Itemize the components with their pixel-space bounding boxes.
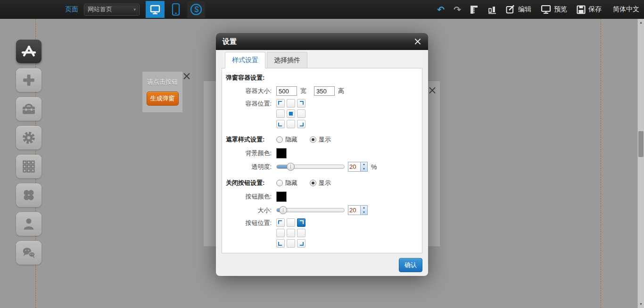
button-size-number-box: ▲ ▼	[348, 205, 368, 215]
closebtn-hide-radio[interactable]	[276, 180, 283, 186]
button-size-slider-handle[interactable]	[279, 206, 287, 214]
bg-color-swatch[interactable]	[276, 148, 287, 158]
button-size-spinner[interactable]: ▲ ▼	[360, 206, 367, 215]
scroll-down-icon[interactable]: ▼	[638, 301, 644, 308]
mask-hide-label: 隐藏	[285, 135, 297, 144]
dialog-close-icon[interactable]	[414, 38, 421, 45]
sidebar-item-toolbox[interactable]	[16, 97, 41, 121]
tab-choose-plugin[interactable]: 选择插件	[267, 52, 307, 68]
position-cell-middle-right[interactable]	[297, 109, 305, 118]
toolbox-icon	[20, 100, 38, 117]
sidebar-item-plugins[interactable]	[16, 183, 41, 207]
btnpos-cell-top-center[interactable]	[287, 218, 295, 227]
position-cell-bottom-center[interactable]	[287, 120, 295, 128]
opacity-unit-label: %	[371, 163, 377, 171]
corner-top-right-icon	[300, 101, 304, 105]
dialog-header[interactable]: 设置	[216, 33, 428, 50]
btnpos-cell-bottom-center[interactable]	[287, 239, 295, 248]
spinner-down-icon[interactable]: ▼	[361, 210, 367, 215]
scrollbar-thumb[interactable]	[638, 131, 644, 157]
opacity-spinner[interactable]: ▲ ▼	[360, 162, 367, 171]
container-width-input[interactable]	[276, 86, 297, 96]
sidebar-item-app-market[interactable]	[16, 40, 41, 63]
opacity-slider-handle[interactable]	[287, 163, 295, 171]
opacity-label: 透明度:	[226, 162, 272, 172]
grid-icon	[20, 158, 38, 175]
scroll-up-icon[interactable]: ▲	[638, 19, 644, 26]
edit-button[interactable]: 编辑	[506, 5, 531, 14]
container-height-input[interactable]	[314, 86, 335, 96]
page-label: 页面	[65, 5, 78, 14]
sidebar-item-wechat[interactable]	[16, 241, 41, 265]
toolbar-right-group: ↶ ↷ 编辑 预览	[428, 0, 639, 19]
corner-top-left-icon	[278, 220, 282, 224]
opacity-value-input[interactable]	[348, 162, 360, 171]
delete-widget-icon[interactable]	[183, 73, 190, 79]
desktop-view-button[interactable]	[146, 1, 165, 18]
btnpos-cell-middle-right[interactable]	[297, 229, 305, 237]
btnpos-cell-bottom-right[interactable]	[297, 239, 305, 248]
spinner-down-icon[interactable]: ▼	[361, 167, 367, 172]
link-icon	[190, 3, 203, 16]
bar-chart-icon	[488, 5, 496, 14]
mask-hide-radio[interactable]	[276, 136, 283, 143]
person-icon	[20, 216, 37, 233]
save-button[interactable]: 保存	[577, 5, 602, 14]
position-cell-center-selected[interactable]	[287, 109, 295, 118]
phone-icon	[172, 3, 180, 16]
position-cell-top-center[interactable]	[287, 99, 295, 108]
button-color-swatch[interactable]	[276, 191, 287, 202]
container-section-title: 弹窗容器设置:	[226, 73, 272, 83]
btnpos-cell-top-left[interactable]	[276, 218, 285, 227]
sidebar-item-modules[interactable]	[16, 155, 41, 178]
spinner-up-icon[interactable]: ▲	[361, 162, 367, 167]
container-size-label: 容器大小:	[226, 86, 272, 96]
tab-style-settings[interactable]: 样式设置	[225, 52, 265, 68]
closebtn-show-radio[interactable]	[310, 180, 316, 186]
stats-button[interactable]	[488, 5, 496, 14]
corner-bottom-left-icon	[278, 242, 282, 246]
btnpos-cell-bottom-left[interactable]	[276, 239, 285, 248]
position-cell-bottom-left[interactable]	[276, 120, 285, 128]
popup-trigger-widget[interactable]: 请点击按钮 生成弹窗	[142, 72, 182, 112]
ruler-button[interactable]	[470, 5, 479, 14]
page-scrollbar[interactable]: ▲ ▼	[637, 19, 644, 308]
undo-button[interactable]: ↶	[437, 5, 445, 14]
spinner-up-icon[interactable]: ▲	[361, 206, 367, 210]
container-position-label: 容器位置:	[226, 99, 272, 108]
mask-section-title: 遮罩样式设置:	[226, 135, 272, 144]
button-size-value-input[interactable]	[348, 206, 360, 215]
language-switcher[interactable]: 简体中文	[613, 5, 639, 14]
close-widget-icon[interactable]	[429, 87, 436, 93]
height-unit-label: 高	[338, 87, 344, 95]
undo-icon: ↶	[437, 5, 445, 14]
mobile-view-button[interactable]	[169, 1, 183, 18]
btnpos-cell-middle-left[interactable]	[276, 229, 285, 237]
closebtn-show-label: 显示	[319, 179, 331, 187]
button-color-label: 按钮颜色:	[226, 192, 272, 201]
generate-popup-button[interactable]: 生成弹窗	[147, 92, 179, 106]
mask-show-radio[interactable]	[310, 136, 316, 143]
position-cell-top-right[interactable]	[297, 99, 305, 108]
btnpos-cell-top-right-selected[interactable]	[297, 218, 305, 227]
link-mode-button[interactable]	[187, 1, 205, 18]
opacity-slider[interactable]	[276, 165, 345, 169]
monitor-icon	[149, 4, 161, 15]
position-cell-top-left[interactable]	[276, 99, 285, 108]
position-cell-middle-left[interactable]	[276, 109, 285, 118]
edit-pencil-icon	[506, 5, 515, 14]
corner-top-right-icon	[300, 220, 304, 224]
redo-button[interactable]: ↷	[454, 5, 461, 14]
preview-button[interactable]: 预览	[541, 5, 567, 14]
btnpos-cell-center[interactable]	[287, 229, 295, 237]
sidebar-item-settings[interactable]	[16, 126, 41, 150]
corner-bottom-right-icon	[300, 242, 304, 246]
confirm-button[interactable]: 确认	[399, 258, 422, 272]
button-size-slider[interactable]	[276, 208, 345, 212]
sidebar-item-add[interactable]	[16, 68, 41, 92]
position-cell-bottom-right[interactable]	[297, 120, 305, 128]
add-icon	[20, 72, 37, 89]
widget-sidebar	[16, 40, 41, 265]
page-select-dropdown[interactable]: 网站首页 ▾	[84, 4, 140, 16]
sidebar-item-member[interactable]	[16, 212, 41, 236]
